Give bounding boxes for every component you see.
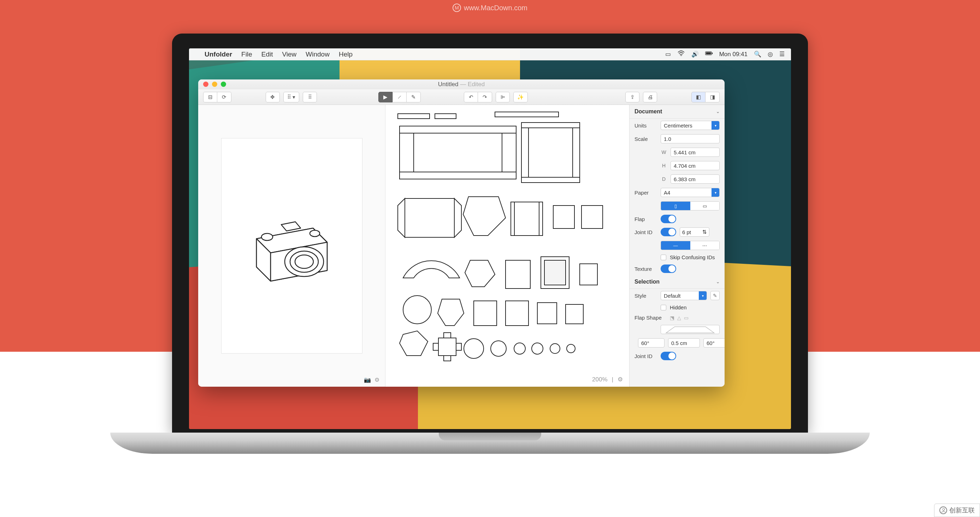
svg-rect-46 xyxy=(566,304,583,324)
section-selection-header[interactable]: Selection ⌄ xyxy=(630,275,725,289)
edit-tool-button[interactable]: ✎ xyxy=(407,92,421,102)
unfold-shapes xyxy=(389,108,615,377)
flap-length-input[interactable]: 0.5 cm xyxy=(668,338,700,347)
menu-view[interactable]: View xyxy=(282,51,296,58)
menu-file[interactable]: File xyxy=(241,51,252,58)
camera-model-icon xyxy=(239,203,345,288)
flap-tri-icon[interactable]: △ xyxy=(677,315,681,320)
work-area: 📷 ⚙ xyxy=(198,105,725,387)
svg-rect-45 xyxy=(537,303,557,324)
svg-rect-33 xyxy=(539,202,542,236)
section-document-header[interactable]: Document ⌄ xyxy=(630,105,725,119)
flap-angle-right-input[interactable]: 60° xyxy=(703,338,725,347)
svg-marker-8 xyxy=(281,222,301,231)
unfold-canvas[interactable]: 200% | ⚙ xyxy=(385,105,629,387)
preview-3d-panel[interactable]: 📷 ⚙ xyxy=(198,105,385,387)
siri-icon[interactable]: ◎ xyxy=(768,51,773,58)
window-zoom-button[interactable] xyxy=(221,82,226,87)
width-input[interactable]: 5.441 cm xyxy=(671,147,720,157)
jointid-size-stepper[interactable]: 6 pt⇅ xyxy=(680,227,710,236)
style-select[interactable]: Default▾ xyxy=(661,291,707,300)
w-label: W xyxy=(661,149,667,155)
flap-rect-icon[interactable]: ▭ xyxy=(684,315,689,320)
panel-left-button[interactable]: ◧ xyxy=(691,92,705,102)
flap-label: Flap xyxy=(635,216,657,222)
svg-rect-49 xyxy=(444,333,451,338)
skip-ids-checkbox[interactable] xyxy=(661,255,666,260)
units-label: Units xyxy=(635,122,657,128)
app-name[interactable]: Unfolder xyxy=(205,51,232,58)
svg-rect-3 xyxy=(712,52,713,54)
traffic-lights xyxy=(203,82,226,87)
height-input[interactable]: 4.704 cm xyxy=(671,161,720,170)
battery-icon[interactable] xyxy=(705,51,713,58)
depth-input[interactable]: 6.383 cm xyxy=(671,174,720,184)
svg-rect-19 xyxy=(502,133,516,172)
flap-toggle[interactable] xyxy=(661,215,676,223)
menu-help[interactable]: Help xyxy=(339,51,353,58)
watermark-icon: M xyxy=(453,3,461,12)
align-button[interactable]: ⊫ xyxy=(496,92,510,102)
volume-icon[interactable]: 🔊 xyxy=(691,51,699,58)
jointid-style-b[interactable]: ⋯ xyxy=(690,241,720,250)
canvas-gear-icon[interactable]: ⚙ xyxy=(617,376,623,383)
window-close-button[interactable] xyxy=(203,82,208,87)
portrait-icon[interactable]: ▯ xyxy=(661,201,690,210)
svg-marker-29 xyxy=(454,198,461,237)
paper-select[interactable]: A4▾ xyxy=(661,188,720,197)
menubar-clock[interactable]: Mon 09:41 xyxy=(719,51,748,58)
corner-badge-text: 创新互联 xyxy=(949,506,975,514)
camera-icon[interactable]: 📷 xyxy=(364,376,371,383)
wifi-icon[interactable] xyxy=(677,51,685,58)
rotate-right-button[interactable]: ↷ xyxy=(478,92,492,102)
sel-jointid-toggle[interactable] xyxy=(661,352,676,360)
jointid-toggle[interactable] xyxy=(661,228,676,236)
zoom-level[interactable]: 200% xyxy=(592,376,607,383)
texture-toggle[interactable] xyxy=(661,265,676,273)
move-tool-button[interactable]: ✥ xyxy=(266,92,280,102)
jointid-style-segment[interactable]: — ⋯ xyxy=(661,241,720,250)
play-button[interactable]: ▶ xyxy=(379,92,393,102)
watermark: M www.MacDown.com xyxy=(453,3,527,12)
landscape-icon[interactable]: ▭ xyxy=(690,201,720,210)
svg-marker-59 xyxy=(666,327,714,333)
canvas-footer: 200% | ⚙ xyxy=(592,376,623,383)
svg-point-55 xyxy=(514,343,525,354)
panel-right-button[interactable]: ◨ xyxy=(705,92,720,102)
notif-icon[interactable]: ☰ xyxy=(780,51,784,58)
watermark-text: www.MacDown.com xyxy=(464,4,527,12)
print-button[interactable]: 🖨 xyxy=(643,92,657,102)
refresh-button[interactable]: ⟳ xyxy=(217,92,231,102)
orientation-segment[interactable]: ▯ ▭ xyxy=(661,201,720,211)
spotlight-icon[interactable]: 🔍 xyxy=(754,51,761,58)
menu-window[interactable]: Window xyxy=(305,51,329,58)
flapshape-icons: ⬔ △ ▭ xyxy=(670,315,689,320)
magic-button[interactable]: ✨ xyxy=(513,92,528,102)
laptop-frame: Unfolder File Edit View Window Help ▭ 🔊 xyxy=(172,33,808,454)
hidden-checkbox[interactable] xyxy=(661,305,666,311)
scale-input[interactable]: 1.0 xyxy=(661,134,720,143)
flap-trap-icon[interactable]: ⬔ xyxy=(670,315,675,320)
paper-label: Paper xyxy=(635,190,657,196)
svg-rect-35 xyxy=(582,206,603,228)
menu-edit[interactable]: Edit xyxy=(261,51,273,58)
apps-button[interactable]: ⠿ xyxy=(303,92,317,102)
airplay-icon[interactable]: ▭ xyxy=(665,51,671,58)
grid-dropdown-button[interactable]: ⠿ ▾ xyxy=(283,92,299,102)
pointer-tool-button[interactable]: ⟋ xyxy=(393,92,407,102)
jointid-style-a[interactable]: — xyxy=(661,241,690,250)
sidebar-toggle-button[interactable]: ⊟ xyxy=(203,92,217,102)
units-select[interactable]: Centimeters▾ xyxy=(661,121,720,130)
flap-angle-left-input[interactable]: 60° xyxy=(638,338,665,347)
app-toolbar: ⊟ ⟳ ✥ ⠿ ▾ ⠿ ▶ ⟋ ✎ xyxy=(198,89,725,105)
window-minimize-button[interactable] xyxy=(212,82,217,87)
corner-badge-icon: 义 xyxy=(939,506,947,514)
section-document-title: Document xyxy=(635,108,662,115)
window-titlebar[interactable]: Untitled — Edited xyxy=(198,79,725,89)
svg-marker-36 xyxy=(465,260,495,287)
laptop-notch xyxy=(439,433,541,440)
gear-icon[interactable]: ⚙ xyxy=(374,376,379,383)
eyedropper-button[interactable]: ✎ xyxy=(710,291,720,300)
rotate-left-button[interactable]: ↶ xyxy=(464,92,478,102)
share-button[interactable]: ⇪ xyxy=(625,92,640,102)
